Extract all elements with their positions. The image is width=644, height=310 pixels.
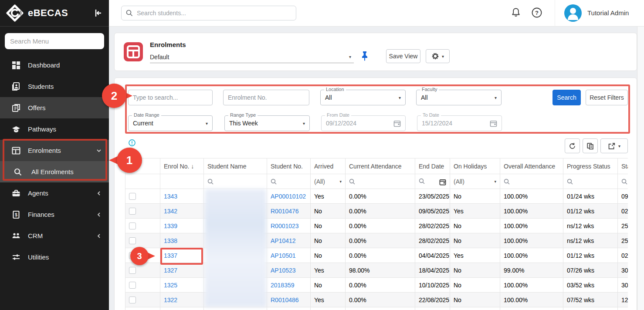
on-holidays-filter[interactable]: (All)▾ <box>450 174 500 189</box>
app-title: eBECAS <box>28 7 93 19</box>
search-icon <box>567 179 573 185</box>
filter-location-select[interactable]: Location All ▾ <box>320 90 406 105</box>
refresh-button[interactable] <box>565 138 580 153</box>
sidebar-item-pathways[interactable]: Pathways <box>0 118 109 140</box>
filter-faculty-select[interactable]: Faculty All ▾ <box>416 90 502 105</box>
col-header-end-date[interactable]: End Date <box>415 158 450 174</box>
caret-down-icon: ▾ <box>495 95 497 100</box>
sidebar-item-enrolments[interactable]: Enrolments <box>0 140 109 161</box>
progress-status-filter[interactable] <box>563 174 618 189</box>
notifications-bell-icon[interactable] <box>510 7 522 18</box>
col-header-current-attendance[interactable]: Current Attendance <box>346 158 415 174</box>
calendar-icon <box>439 179 446 185</box>
col-header-overall-attendance[interactable]: Overall Attendance <box>500 158 563 174</box>
enrol-no-link[interactable]: 1338 <box>164 237 177 244</box>
col-header-enrol-no[interactable]: Enrol No. ↓ <box>160 158 204 174</box>
on-holidays-cell: No <box>450 233 500 248</box>
col-header-progress-status[interactable]: Progress Status <box>563 158 618 174</box>
scrollbar-track[interactable] <box>637 27 644 310</box>
col-header-start-date[interactable]: Sta <box>618 158 628 174</box>
row-checkbox[interactable] <box>129 237 136 244</box>
student-search-input[interactable] <box>137 10 291 17</box>
on-holidays-cell: Yes <box>450 248 500 263</box>
row-checkbox[interactable] <box>129 222 136 229</box>
sidebar-collapse-icon[interactable] <box>93 8 103 18</box>
student-name-filter[interactable] <box>204 174 267 189</box>
student-no-link[interactable]: R0010486 <box>271 297 299 303</box>
view-select-value: Default <box>150 54 349 61</box>
row-checkbox[interactable] <box>129 282 136 289</box>
view-select[interactable]: Default ▾ <box>150 51 354 63</box>
col-header-on-holidays[interactable]: On Holidays <box>450 158 500 174</box>
filter-to-date-field[interactable]: To Date 15/12/2024 <box>417 115 502 131</box>
filter-range-type-value: This Week <box>229 120 258 127</box>
sidebar-item-utilities[interactable]: Utilities <box>0 246 109 268</box>
row-checkbox[interactable] <box>129 297 136 303</box>
row-checkbox[interactable] <box>129 193 136 200</box>
overall-attendance-filter[interactable] <box>500 174 563 189</box>
arrived-filter[interactable]: (All)▾ <box>311 174 346 189</box>
filter-text-search-input[interactable] <box>128 90 213 105</box>
student-no-link[interactable]: AP10412 <box>271 237 296 244</box>
col-header-student-name[interactable]: Student Name <box>204 158 267 174</box>
enrol-no-link[interactable]: 1337 <box>164 252 177 259</box>
sidebar-search-input[interactable] <box>5 33 104 49</box>
filter-date-range-select[interactable]: Date Range Current ▾ <box>128 115 213 131</box>
calendar-icon <box>393 120 401 127</box>
col-header-student-no[interactable]: Student No. <box>267 158 311 174</box>
row-checkbox[interactable] <box>129 208 136 215</box>
start-date-cell: 30/ <box>618 263 628 278</box>
filter-enrolment-no-input[interactable] <box>223 90 309 105</box>
info-icon[interactable] <box>129 139 136 146</box>
sidebar-item-agents[interactable]: Agents <box>0 182 109 204</box>
view-settings-button[interactable]: ▾ <box>426 49 450 63</box>
student-no-link[interactable]: AP10501 <box>271 252 296 259</box>
student-no-link[interactable]: R0010476 <box>271 208 299 215</box>
sidebar-item-dashboard[interactable]: Dashboard <box>0 54 109 76</box>
current-attendance-filter[interactable] <box>346 174 415 189</box>
current-attendance-cell: 0.00% <box>346 278 415 293</box>
search-icon <box>271 179 277 185</box>
end-date-cell: 28/02/2025 <box>415 233 450 248</box>
save-view-button[interactable]: Save View <box>386 49 420 63</box>
end-date-filter[interactable] <box>415 174 450 189</box>
col-header-arrived[interactable]: Arrived <box>311 158 346 174</box>
start-date-filter[interactable] <box>618 174 628 189</box>
sidebar-item-crm[interactable]: CRM <box>0 225 109 246</box>
sidebar-item-offers[interactable]: Offers <box>0 97 109 118</box>
filter-range-type-select[interactable]: Range Type This Week ▾ <box>224 115 310 131</box>
help-icon[interactable]: ? <box>531 7 542 18</box>
student-no-link[interactable]: AP10523 <box>271 267 296 274</box>
reset-filters-button[interactable]: Reset Filters <box>586 90 628 105</box>
enrol-no-link[interactable]: 1343 <box>164 193 177 200</box>
end-date-cell: 28/02/2025 <box>415 219 450 233</box>
enrol-no-link[interactable]: 1327 <box>164 267 177 274</box>
student-no-link[interactable]: AP00010102 <box>271 193 306 200</box>
chevron-left-icon <box>96 233 102 239</box>
sidebar-item-finances[interactable]: $ Finances <box>0 204 109 225</box>
enrolments-grid: Enrol No. ↓ Student Name Student No. Arr… <box>125 158 628 310</box>
progress-status-cell: 03/52 wks <box>563 278 618 293</box>
sidebar-item-all-enrolments[interactable]: All Enrolments <box>0 161 109 182</box>
row-checkbox[interactable] <box>129 267 136 274</box>
finances-icon: $ <box>12 210 20 219</box>
copy-button[interactable] <box>583 138 598 153</box>
student-no-link[interactable]: R0001023 <box>271 222 299 229</box>
filter-from-date-field[interactable]: From Date 09/12/2024 <box>321 115 406 131</box>
chevron-left-icon <box>96 212 102 218</box>
user-avatar[interactable] <box>564 4 582 22</box>
search-icon <box>14 168 22 176</box>
enrol-no-link[interactable]: 1325 <box>164 282 177 289</box>
enrol-no-link[interactable]: 1342 <box>164 208 177 215</box>
enrol-no-link[interactable]: 1339 <box>164 222 177 229</box>
sidebar-item-students[interactable]: Students <box>0 76 109 97</box>
enrol-no-link[interactable]: 1322 <box>164 297 177 303</box>
sidebar-header: eBECAS <box>0 0 109 27</box>
search-button[interactable]: Search <box>552 90 581 105</box>
student-no-link[interactable]: 2018359 <box>271 282 295 289</box>
pin-icon[interactable] <box>360 51 369 61</box>
export-button[interactable]: ▾ <box>600 138 628 153</box>
filter-faculty-label: Faculty <box>420 87 439 92</box>
ebecas-logo-icon <box>6 4 24 22</box>
student-no-filter[interactable] <box>267 174 311 189</box>
